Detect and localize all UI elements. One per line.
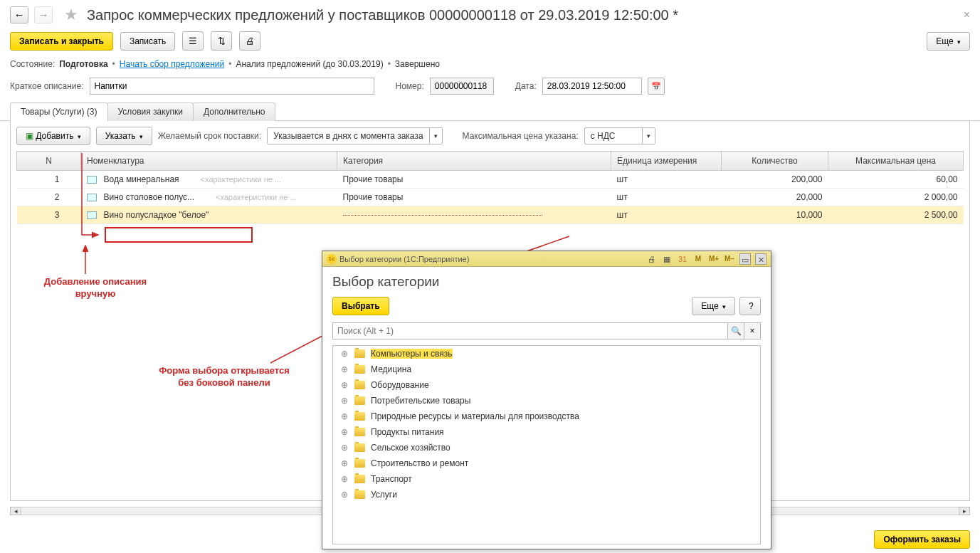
- dialog-more-button[interactable]: Еще ▾: [692, 297, 735, 315]
- category-dialog: 1c Выбор категории (1С:Предприятие) 🖨 ▦ …: [322, 251, 771, 549]
- folder-icon: [354, 490, 365, 499]
- folder-icon: [354, 459, 365, 468]
- folder-icon: [354, 381, 365, 389]
- expand-icon[interactable]: ⊕: [340, 490, 349, 500]
- tree-item[interactable]: ⊕Услуги: [333, 487, 760, 502]
- tree-item[interactable]: ⊕Потребительские товары: [333, 393, 760, 409]
- expand-icon[interactable]: ⊕: [340, 474, 349, 484]
- status-stage-prep: Подготовка: [59, 59, 107, 69]
- logo-1c-icon: 1c: [327, 254, 337, 264]
- folder-icon: [354, 428, 365, 436]
- m-plus-tool[interactable]: M+: [708, 253, 720, 265]
- expand-icon[interactable]: ⊕: [340, 443, 349, 453]
- col-qty: Количество: [722, 152, 828, 171]
- status-stage-analysis: Анализ предложений (до 30.03.2019): [236, 59, 383, 69]
- dialog-title: Выбор категории: [332, 274, 761, 290]
- save-close-button[interactable]: Записать и закрыть: [10, 32, 113, 51]
- favorite-star-icon[interactable]: ★: [64, 6, 78, 24]
- folder-icon: [354, 412, 365, 421]
- delivery-select[interactable]: Указывается в днях с момента заказа▾: [267, 127, 442, 144]
- back-button[interactable]: ←: [10, 6, 28, 23]
- tree-item[interactable]: ⊕Сельское хозяйство: [333, 440, 760, 455]
- item-icon: [87, 194, 97, 201]
- table-row[interactable]: 2 Вино столовое полус...<характеристики …: [17, 189, 964, 206]
- expand-icon[interactable]: ⊕: [340, 380, 349, 390]
- item-icon: [87, 211, 97, 219]
- num-input[interactable]: [430, 78, 494, 95]
- tree-item[interactable]: ⊕Природные ресурсы и материалы для произ…: [333, 409, 760, 424]
- save-button[interactable]: Записать: [120, 32, 175, 51]
- maxprice-select[interactable]: с НДС▾: [584, 127, 655, 144]
- print-icon[interactable]: 🖨: [646, 253, 657, 265]
- folder-icon: [354, 349, 365, 358]
- num-label: Номер:: [396, 81, 424, 91]
- list-button[interactable]: ☰: [182, 31, 204, 51]
- clear-search-button[interactable]: ×: [744, 322, 761, 339]
- annotation-form: Форма выбора открываетсябез боковой пане…: [135, 365, 313, 389]
- category-tree: ⊕Компьютеры и связь⊕Медицина⊕Оборудовани…: [332, 345, 761, 544]
- col-unit: Единица измерения: [611, 152, 722, 171]
- expand-icon[interactable]: ⊕: [340, 396, 349, 406]
- folder-icon: [354, 443, 365, 452]
- exchange-button[interactable]: ⇅: [211, 31, 232, 51]
- col-cat: Категория: [337, 152, 611, 171]
- item-icon: [87, 176, 97, 184]
- calendar-icon[interactable]: 31: [677, 253, 688, 265]
- expand-icon[interactable]: ⊕: [340, 411, 349, 421]
- expand-icon[interactable]: ⊕: [340, 349, 349, 359]
- scroll-right[interactable]: ▸: [959, 507, 970, 515]
- maxprice-label: Максимальная цена указана:: [463, 131, 579, 141]
- expand-icon[interactable]: ⊕: [340, 364, 349, 374]
- print-button[interactable]: 🖨: [239, 31, 260, 51]
- date-input[interactable]: [542, 78, 642, 95]
- annotation-manual: Добавление описаниявручную: [24, 276, 167, 300]
- scroll-left[interactable]: ◂: [10, 507, 21, 515]
- select-button[interactable]: Выбрать: [332, 297, 389, 315]
- search-input[interactable]: [332, 322, 728, 339]
- search-button[interactable]: 🔍: [727, 322, 744, 339]
- status-label: Состояние:: [10, 59, 55, 69]
- status-stage-collect[interactable]: Начать сбор предложений: [120, 59, 224, 69]
- m-tool[interactable]: M: [692, 253, 704, 265]
- close-icon[interactable]: ×: [964, 9, 970, 21]
- forward-button[interactable]: →: [34, 6, 53, 23]
- calendar-button[interactable]: 📅: [648, 78, 665, 95]
- more-button[interactable]: Еще ▾: [927, 32, 970, 51]
- page-title: Запрос коммерческих предложений у постав…: [87, 7, 678, 23]
- dialog-close-icon[interactable]: ✕: [755, 253, 766, 265]
- delivery-label: Желаемый срок поставки:: [158, 131, 261, 141]
- tree-item[interactable]: ⊕Продукты питания: [333, 424, 760, 440]
- tree-item[interactable]: ⊕Медицина: [333, 362, 760, 377]
- tree-item[interactable]: ⊕Компьютеры и связь: [333, 346, 760, 362]
- desc-label: Краткое описание:: [10, 81, 84, 91]
- submit-orders-button[interactable]: Оформить заказы: [874, 530, 970, 549]
- specify-button[interactable]: Указать ▾: [96, 127, 152, 145]
- folder-icon: [354, 365, 365, 374]
- goods-table: N Номенклатура Категория Единица измерен…: [16, 151, 964, 224]
- minimize-icon[interactable]: ▭: [739, 253, 751, 265]
- table-row[interactable]: 1 Вода минеральная<характеристики не ...…: [17, 171, 964, 189]
- expand-icon[interactable]: ⊕: [340, 458, 349, 468]
- tree-item[interactable]: ⊕Строительство и ремонт: [333, 455, 760, 471]
- folder-icon: [354, 396, 365, 405]
- col-nomen: Номенклатура: [81, 152, 337, 171]
- m-minus-tool[interactable]: M−: [724, 253, 735, 265]
- help-button[interactable]: ?: [739, 297, 761, 315]
- grid-icon[interactable]: ▦: [661, 253, 673, 265]
- tree-item[interactable]: ⊕Транспорт: [333, 471, 760, 487]
- tree-item[interactable]: ⊕Оборудование: [333, 377, 760, 393]
- dialog-titlebar-text: Выбор категории (1С:Предприятие): [339, 255, 469, 263]
- table-row[interactable]: 3 Вино полусладкое "белое" шт 10,000 2 5…: [17, 206, 964, 224]
- col-n: N: [17, 152, 81, 171]
- date-label: Дата:: [515, 81, 537, 91]
- col-price: Максимальная цена: [828, 152, 964, 171]
- expand-icon[interactable]: ⊕: [340, 427, 349, 437]
- add-button[interactable]: ▣ Добавить ▾: [16, 127, 90, 145]
- status-stage-done: Завершено: [395, 59, 440, 69]
- folder-icon: [354, 475, 365, 483]
- tab-additional[interactable]: Дополнительно: [193, 102, 275, 121]
- tab-goods[interactable]: Товары (Услуги) (3): [10, 102, 108, 121]
- tab-conditions[interactable]: Условия закупки: [107, 102, 194, 121]
- desc-input[interactable]: [90, 78, 374, 95]
